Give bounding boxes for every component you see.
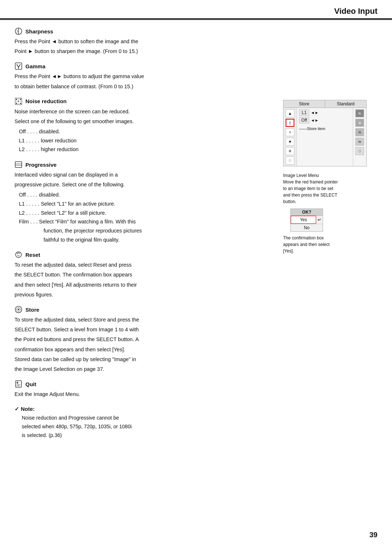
conf-yes-label: Yes [291,216,316,224]
note-section: ✓ Note: Noise reduction and Progressive … [15,406,276,440]
svg-point-19 [18,309,19,310]
diagram-right-icons: I1 I2 I3 I4 □ [353,108,366,166]
img-icon-2: I2 [355,119,364,127]
reset-heading: Reset [15,251,276,259]
left-column: Sharpness Press the Point ◄ button to so… [15,27,276,447]
img-icon-3: I3 [355,128,364,136]
diagram-header-store: Store [283,100,325,108]
page-title: Video Input [334,7,377,16]
right-column: Store Standard ▲ ⣿ ≡ ▼ ⚙ □ L1 ◄► [283,27,377,447]
confirmation-box: OK? Yes ↵ No [290,209,323,232]
gamma-label: Gamma [25,63,45,69]
store-icon [15,306,23,314]
reset-icon [15,251,23,259]
diagram-left-icons: ▲ ⣿ ≡ ▼ ⚙ □ [283,108,297,166]
section-noise: Noise reduction Noise interference on th… [15,97,276,154]
reset-label: Reset [25,252,40,258]
conf-yes-row: Yes ↵ [291,216,323,224]
diagram-caption: Image Level Menu Move the red framed poi… [283,172,377,205]
quit-icon [15,380,23,388]
section-gamma: Gamma Press the Point ◄► buttons to adju… [15,62,276,90]
icon-progressive: ≡ [286,128,294,136]
progressive-label: Progressive [25,162,57,168]
store-item-label: ——Store item [299,126,351,131]
diagram-arrow-off: ◄► [311,118,319,122]
noise-heading: Noise reduction [15,97,276,105]
svg-rect-20 [16,381,21,387]
gamma-body: Press the Point ◄► buttons to adjust the… [15,72,276,90]
svg-rect-5 [18,99,19,100]
img-icon-quit: □ [355,147,364,155]
prog-item-film: Film . . . Select "Film" for watching a … [15,217,276,226]
prog-film-indent2: faithful to the original film quality. [15,235,276,244]
svg-rect-8 [18,101,19,102]
diagram-center: L1 ◄► Off ◄► ——Store item [297,108,353,166]
diagram-body: ▲ ⣿ ≡ ▼ ⚙ □ L1 ◄► Off ◄► [283,108,366,166]
sharpness-label: Sharpness [25,28,53,35]
icon-settings: ⚙ [286,147,294,155]
diagram-row-l1: L1 ◄► [299,109,351,116]
sharpness-icon [15,27,23,35]
sharpness-heading: Sharpness [15,27,276,35]
noise-body: Noise interference on the screen can be … [15,108,276,154]
svg-rect-11 [18,103,19,104]
conf-ok-label: OK? [291,209,323,216]
img-icon-4: I4 [355,138,364,146]
svg-rect-9 [20,101,21,102]
noise-icon [15,97,23,105]
icon-down: ▼ [286,138,294,146]
section-sharpness: Sharpness Press the Point ◄ button to so… [15,27,276,56]
svg-rect-6 [20,99,21,100]
conf-no-label: No [291,224,323,231]
store-label: Store [25,307,39,313]
diagram-header-standard: Standard [325,100,367,108]
img-icon-1: I1 [355,109,364,117]
section-progressive: Progressive Interlaced video signal can … [15,161,276,244]
conf-enter-arrow: ↵ [316,217,323,223]
icon-quit-small: □ [286,157,294,165]
diagram-row-off: Off ◄► [299,117,351,124]
progressive-icon [15,161,23,169]
prog-item-l2: L2 . . . . . Select "L2" for a still pic… [15,209,276,218]
section-store: Store To store the adjusted data, select… [15,306,276,373]
quit-body: Exit the Image Adjust Menu. [15,390,276,399]
diagram-label-l1: L1 [299,109,309,116]
main-content: Sharpness Press the Point ◄ button to so… [0,20,392,454]
prog-film-indent1: function, the projector reproduces pictu… [15,226,276,235]
prog-item-l1: L1 . . . . . Select "L1" for an active p… [15,199,276,209]
prog-item-off: Off . . . . disabled. [15,190,276,199]
noise-item-off: Off . . . . disabled. [15,127,276,136]
gamma-icon [15,62,23,70]
conf-no-row: No [291,224,323,231]
note-body: Noise reduction and Progressive cannot b… [15,414,276,440]
reset-body: To reset the adjusted data, select Reset… [15,261,276,299]
diagram-header: Store Standard [283,100,366,108]
page-header: Video Input [0,0,392,19]
progressive-body: Interlaced video signal can be displayed… [15,171,276,244]
section-quit: Quit Exit the Image Adjust Menu. [15,380,276,399]
svg-rect-13 [15,162,22,167]
section-reset: Reset To reset the adjusted data, select… [15,251,276,299]
svg-rect-21 [17,382,18,384]
quit-heading: Quit [15,380,276,388]
icon-up: ▲ [286,109,294,117]
store-heading: Store [15,306,276,314]
quit-label: Quit [25,381,36,387]
svg-rect-7 [16,101,17,102]
store-body: To store the adjusted data, select Store… [15,316,276,373]
note-heading: ✓ Note: [15,406,276,412]
noise-item-l1: L1 . . . . . lower reduction [15,136,276,145]
noise-item-l2: L2 . . . . . higher reduction [15,145,276,154]
diagram-arrow-l1: ◄► [311,110,319,115]
progressive-heading: Progressive [15,161,276,169]
gamma-heading: Gamma [15,62,276,70]
ui-diagram: Store Standard ▲ ⣿ ≡ ▼ ⚙ □ L1 ◄► [283,100,367,166]
conf-caption: The confirmation box appears and then se… [283,235,377,254]
svg-rect-10 [16,103,17,104]
noise-label: Noise reduction [25,98,66,104]
icon-noise: ⣿ [286,119,294,127]
page-number: 39 [369,531,377,539]
svg-rect-4 [16,99,17,100]
diagram-label-off: Off [299,117,309,124]
sharpness-body: Press the Point ◄ button to soften the i… [15,37,276,56]
